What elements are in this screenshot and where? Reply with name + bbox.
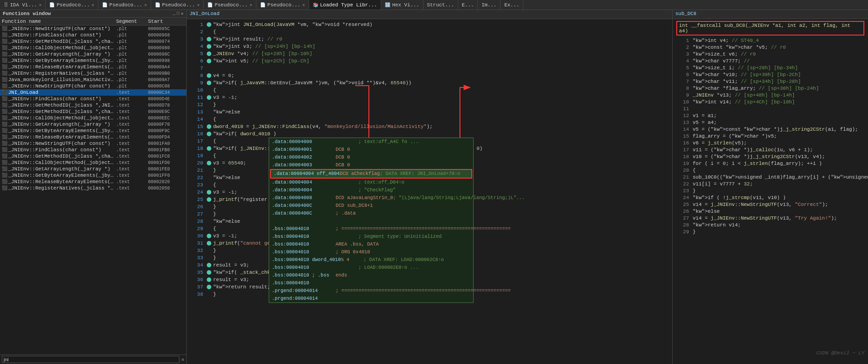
tab-pseudo2-close[interactable]: ✕ <box>144 2 147 8</box>
line-dot-21 <box>207 168 211 173</box>
tab-struct[interactable]: Struct... <box>424 0 458 10</box>
function-icon-22: ⬛ <box>2 166 7 172</box>
ida-icon: 🗄 <box>4 2 8 8</box>
minimize-btn[interactable]: _ <box>173 11 175 16</box>
line-number-4: 4 <box>190 43 203 50</box>
popup-line-3: .data:00004003DCB 0 <box>269 161 473 169</box>
function-row-0[interactable]: ⬛_JNIEnv::NewStringUTF(char const*).plt0… <box>0 26 186 32</box>
code-line-15: 15 dword_4010 = j_JNIEnv::FindClass(v4, … <box>187 123 672 130</box>
function-row-1[interactable]: ⬛_JNIEnv::FindClass(char const*).plt0000… <box>0 32 186 38</box>
function-icon-10: ⬛ <box>2 90 7 95</box>
function-row-25[interactable]: ⬛_JNIEnv::RegisterNatives(_jclass *,JNIN… <box>0 185 186 191</box>
right-content-13: v5 = a4; <box>693 119 864 126</box>
tab-pseudo1[interactable]: 📄 Pseudoco... ✕ <box>46 0 98 10</box>
function-row-13[interactable]: ⬛_JNIEnv::GetMethodID(_jclass *,char con… <box>0 108 186 115</box>
function-row-9[interactable]: ⬛_JNIEnv::NewStringUTF(char const*).plt0… <box>0 83 186 89</box>
function-row-14[interactable]: ⬛_JNIEnv::CallObjectMethod(_jobject *,_j… <box>0 115 186 121</box>
function-row-7[interactable]: ⬛_JNIEnv::RegisterNatives(_jclass *,JNIN… <box>0 70 186 77</box>
tab-pseudo5[interactable]: 📄 Pseudoco... ✕ <box>256 0 309 10</box>
right-content-11 <box>693 106 864 113</box>
function-addr-15: 00000F70 <box>148 122 184 127</box>
function-row-20[interactable]: ⬛_JNIEnv::GetMethodID(_jclass *,char con… <box>0 153 186 159</box>
tab-hex-vi[interactable]: 🔢 Hex Vi... <box>381 0 423 10</box>
right-line-15: 15flag_arry = ("kw">char *)v5; <box>676 133 864 140</box>
tab-ex[interactable]: Ex... <box>500 0 523 10</box>
popup-comment-16: ; LOAD:000002E8↑o ... <box>358 265 419 270</box>
loaded-icon: 📚 <box>313 2 318 8</box>
popup-addr-17: .bss:00004010 ; .bss <box>272 272 336 279</box>
tab-ida-close[interactable]: ✕ <box>39 2 41 8</box>
function-addr-22: 00001FE0 <box>148 167 184 172</box>
maximize-btn[interactable]: □ <box>177 11 179 16</box>
function-row-8[interactable]: ⬛Java_monkeylord_illusion_MainActivity_C… <box>0 77 186 83</box>
right-header-text: sub_DC8 <box>675 11 696 16</box>
function-row-19[interactable]: ⬛_JNIEnv::FindClass(char const*).text000… <box>0 147 186 153</box>
function-row-6[interactable]: ⬛_JNIEnv::ReleaseByteArrayElements(_jbyt… <box>0 64 186 70</box>
function-row-12[interactable]: ⬛_JNIEnv::GetMethodID(_jclass *,JNINativ… <box>0 102 186 108</box>
function-row-17[interactable]: ⬛_JNIEnv::ReleaseByteArrayElements(_jbyt… <box>0 134 186 140</box>
line-dot-2 <box>207 30 211 34</box>
right-lnum-21: 21 <box>676 174 689 181</box>
tab-pseudo5-close[interactable]: ✕ <box>302 2 305 8</box>
code-area[interactable]: 1"kw">jint JNI_OnLoad(JavaVM *vm, "kw">v… <box>187 19 672 364</box>
function-seg-9: .plt <box>116 84 148 89</box>
function-row-4[interactable]: ⬛_JNIEnv::GetArrayLength(_jarray *).plt0… <box>0 51 186 57</box>
function-addr-19: 00001FB0 <box>148 148 184 153</box>
search-clear-btn[interactable]: ✕ <box>181 356 184 363</box>
function-row-15[interactable]: ⬛_JNIEnv::GetArrayLength(_jarray *).text… <box>0 121 186 128</box>
line-number-14: 14 <box>190 116 203 123</box>
line-content-13: "kw">else <box>213 108 669 116</box>
right-content-12: v1 = a1; <box>693 113 864 119</box>
function-row-3[interactable]: ⬛_JNIEnv::CallObjectMethod(_jobject *,_j… <box>0 45 186 51</box>
line-dot-14 <box>207 117 211 122</box>
function-name-10: JNI_OnLoad <box>8 90 38 95</box>
tab-hex-label: Hex Vi... <box>392 2 419 8</box>
line-number-5: 5 <box>190 50 203 57</box>
functions-list[interactable]: ⬛_JNIEnv::NewStringUTF(char const*).plt0… <box>0 26 186 354</box>
tab-pseudo3-close[interactable]: ✕ <box>197 2 199 8</box>
line-dot-28 <box>207 219 211 224</box>
close-btn[interactable]: ✕ <box>181 11 184 16</box>
tab-im[interactable]: Im... <box>478 0 500 10</box>
functions-title-text: Functions window <box>3 11 51 16</box>
function-name-11: _JNIEnv::FindClass(char const*) <box>8 96 102 102</box>
function-seg-3: .plt <box>116 46 148 51</box>
tab-ida-vi[interactable]: 🗄 IDA Vi... ✕ <box>0 0 46 10</box>
right-content-6: "kw">char *v10; // [sp+30h] [bp-2Ch] <box>693 72 864 78</box>
function-row-5[interactable]: ⬛_JNIEnv::GetByteArrayElements(_jbyteArr… <box>0 57 186 64</box>
right-content-14: v5 = ("kw">const "kw">char *)j_j_string2… <box>693 126 864 133</box>
function-row-16[interactable]: ⬛_JNIEnv::GetByteArrayElements(_jbyteArr… <box>0 128 186 134</box>
function-row-10[interactable]: ⬛JNI_OnLoad.text00000C34 <box>0 89 186 96</box>
right-content-28: "kw">return v14; <box>693 222 864 229</box>
function-seg-22: .text <box>116 167 148 172</box>
function-name-7: _JNIEnv::RegisterNatives(_jclass *,JNINa… <box>8 71 116 76</box>
function-row-18[interactable]: ⬛_JNIEnv::NewStringUTF(char const*).text… <box>0 140 186 147</box>
tab-pseudo4[interactable]: 📄 Pseudoco... ✕ <box>204 0 256 10</box>
tab-pseudo3-label: Pseudoco... <box>162 2 195 8</box>
tab-e[interactable]: E... <box>458 0 478 10</box>
function-row-24[interactable]: ⬛_JNIEnv::ReleaseByteArrayElements(_jbyt… <box>0 179 186 185</box>
function-seg-6: .plt <box>116 65 148 70</box>
function-row-11[interactable]: ⬛_JNIEnv::FindClass(char const*).text000… <box>0 96 186 102</box>
right-line-6: 6"kw">char *v10; // [sp+30h] [bp-2Ch] <box>676 72 864 78</box>
function-row-23[interactable]: ⬛_JNIEnv::GetByteArrayElements(_jbyteArr… <box>0 172 186 179</box>
line-number-17: 17 <box>190 138 203 145</box>
tab-pseudo3[interactable]: 📄 Pseudoco... ✕ <box>151 0 204 10</box>
tab-loaded[interactable]: 📚 Loaded Type Libr... <box>309 0 381 10</box>
popup-line-12: .bss:00004010; Segment type: Uninitializ… <box>269 233 473 241</box>
function-row-21[interactable]: ⬛_JNIEnv::CallObjectMethod(_jobject *,_j… <box>0 159 186 166</box>
tab-ex-label: Ex... <box>504 2 519 8</box>
line-number-22: 22 <box>190 174 203 181</box>
tab-pseudo2[interactable]: 📄 Pseudoco... ✕ <box>98 0 151 10</box>
search-input[interactable] <box>2 356 179 363</box>
tab-pseudo4-close[interactable]: ✕ <box>250 2 252 8</box>
col-start: Start <box>148 19 184 24</box>
right-code-area[interactable]: int __fastcall sub_DC8(_JNIEnv *a1, int … <box>673 19 868 364</box>
function-row-22[interactable]: ⬛_JNIEnv::GetArrayLength(_jarray *).text… <box>0 166 186 172</box>
function-row-2[interactable]: ⬛_JNIEnv::GetMethodID(_jclass *,char con… <box>0 38 186 45</box>
popup-line-8: .data:0000400CDCD sub_DC8+1 <box>269 202 473 210</box>
line-content-8: v4 = 0; <box>213 72 669 79</box>
popup-line-0: .data:00004000; text:off_A4C To ... <box>269 138 473 146</box>
tab-pseudo1-close[interactable]: ✕ <box>92 2 94 8</box>
watermark: CSDN @Devil ~ LY <box>816 350 864 356</box>
